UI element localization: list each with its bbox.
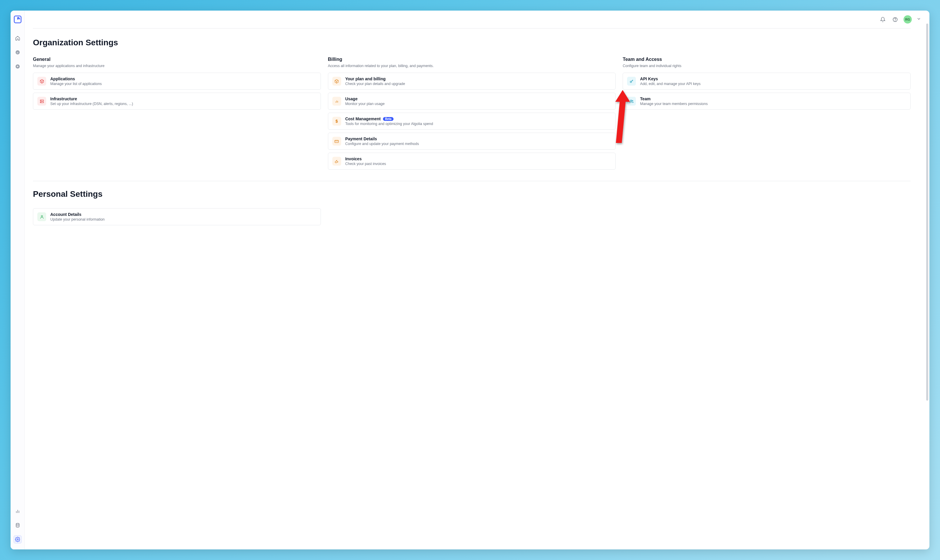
infrastructure-icon: [37, 97, 46, 106]
chevron-down-icon[interactable]: [917, 17, 921, 22]
card-desc: Check your past invoices: [345, 162, 611, 166]
general-subtitle: Manage your applications and infrastruct…: [33, 64, 321, 68]
card-title: Applications: [50, 77, 317, 81]
settings-columns: General Manage your applications and inf…: [33, 57, 911, 173]
account-icon: [37, 212, 46, 221]
invoices-icon: [332, 157, 341, 166]
card-title: Usage: [345, 97, 611, 101]
invoices-card[interactable]: Invoices Check your past invoices: [328, 153, 616, 170]
analytics-icon[interactable]: [14, 507, 22, 515]
card-desc: Add, edit, and manage your API keys: [640, 82, 906, 86]
app-window: ⌕ ✦ RG: [11, 11, 929, 549]
card-desc: Monitor your plan usage: [345, 102, 611, 106]
svg-point-12: [41, 100, 41, 101]
team-heading: Team and Access: [623, 57, 911, 62]
personal-title: Personal Settings: [33, 189, 911, 199]
svg-point-24: [41, 215, 43, 217]
card-title: Account Details: [50, 212, 317, 217]
svg-point-22: [630, 100, 631, 101]
card-desc: Manage your list of applications: [50, 82, 317, 86]
infrastructure-card[interactable]: Infrastructure Set up your infrastructur…: [33, 93, 321, 110]
beta-badge: Beta: [383, 117, 394, 121]
cost-management-card[interactable]: $ Cost Management Beta Tools for monitor…: [328, 113, 616, 130]
applications-icon: [37, 77, 46, 86]
key-icon: [627, 77, 636, 86]
svg-point-23: [632, 100, 633, 101]
card-title: Invoices: [345, 157, 611, 161]
card-desc: Update your personal information: [50, 217, 317, 222]
card-desc: Check your plan details and upgrade: [345, 82, 611, 86]
billing-heading: Billing: [328, 57, 616, 62]
algolia-logo-icon[interactable]: [14, 15, 22, 23]
bell-icon[interactable]: [879, 15, 886, 23]
top-divider: [33, 28, 911, 29]
card-title: Team: [640, 97, 906, 101]
sidebar-pin1-icon[interactable]: ⌕: [14, 48, 22, 57]
card-title-text: Cost Management: [345, 117, 381, 121]
database-icon[interactable]: [14, 521, 22, 529]
plan-icon: [332, 77, 341, 86]
sidebar-pin2-icon[interactable]: ✦: [14, 62, 22, 71]
general-heading: General: [33, 57, 321, 62]
team-icon: [627, 97, 636, 106]
card-desc: Set up your infrastructure (DSN, alerts,…: [50, 102, 317, 106]
topbar: RG: [25, 11, 929, 28]
team-column: Team and Access Configure team and indiv…: [623, 57, 911, 173]
billing-subtitle: Access all information related to your p…: [328, 64, 616, 68]
account-details-card[interactable]: Account Details Update your personal inf…: [33, 208, 321, 225]
applications-card[interactable]: Applications Manage your list of applica…: [33, 73, 321, 90]
content-scroll: Organization Settings General Manage you…: [25, 28, 929, 549]
api-keys-card[interactable]: API Keys Add, edit, and manage your API …: [623, 73, 911, 90]
svg-point-7: [17, 539, 18, 540]
cost-icon: $: [332, 117, 341, 126]
svg-point-19: [630, 81, 631, 82]
billing-column: Billing Access all information related t…: [328, 57, 616, 173]
svg-rect-17: [335, 140, 338, 142]
avatar[interactable]: RG: [903, 15, 912, 23]
payment-details-card[interactable]: Payment Details Configure and update you…: [328, 133, 616, 150]
page-title: Organization Settings: [33, 38, 911, 47]
general-column: General Manage your applications and inf…: [33, 57, 321, 173]
home-icon[interactable]: [14, 34, 22, 42]
help-icon[interactable]: [891, 15, 899, 23]
card-desc: Tools for monitoring and optimizing your…: [345, 122, 611, 126]
payment-icon: [332, 137, 341, 146]
settings-gear-icon[interactable]: [14, 535, 22, 543]
usage-card[interactable]: Usage Monitor your plan usage: [328, 93, 616, 110]
plan-billing-card[interactable]: Your plan and billing Check your plan de…: [328, 73, 616, 90]
card-title: Payment Details: [345, 137, 611, 141]
sidebar: ⌕ ✦: [11, 11, 25, 549]
team-card[interactable]: Team Manage your team members permission…: [623, 93, 911, 110]
svg-line-21: [632, 80, 633, 81]
card-title: API Keys: [640, 77, 906, 81]
card-title: Your plan and billing: [345, 77, 611, 81]
usage-icon: [332, 97, 341, 106]
card-desc: Manage your team members permissions: [640, 102, 906, 106]
card-desc: Configure and update your payment method…: [345, 142, 611, 146]
svg-point-9: [895, 20, 895, 21]
svg-point-6: [16, 523, 19, 525]
card-title: Cost Management Beta: [345, 117, 611, 121]
section-divider: [33, 181, 911, 181]
svg-point-13: [41, 102, 41, 102]
personal-grid: Account Details Update your personal inf…: [33, 208, 911, 228]
team-subtitle: Configure team and individual rights: [623, 64, 911, 68]
card-title: Infrastructure: [50, 97, 317, 101]
scrollbar[interactable]: [926, 23, 928, 401]
main-area: RG Organization Settings General Manage …: [25, 11, 929, 549]
